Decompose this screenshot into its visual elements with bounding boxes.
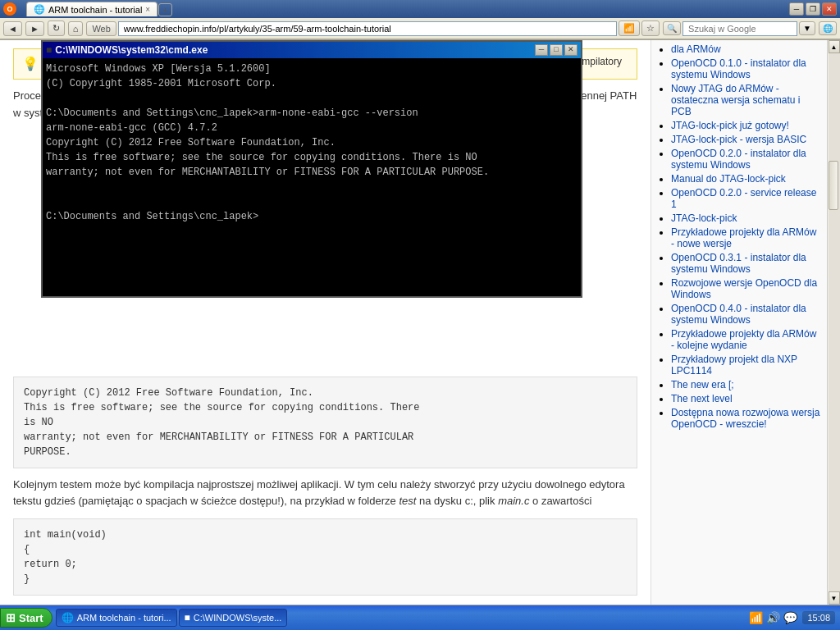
- taskbar-items: 🌐ARM toolchain - tutori...■C:\WINDOWS\sy…: [56, 609, 750, 627]
- cmd-icon: ■: [46, 43, 52, 57]
- tab-strip: 🌐 ARM toolchain - tutorial × +: [26, 2, 172, 16]
- web-label: Web: [86, 21, 116, 36]
- sidebar-item-3[interactable]: JTAG-lock-pick już gotowy!: [671, 120, 789, 131]
- sidebar-list-item: OpenOCD 0.3.1 - instalator dla systemu W…: [671, 252, 820, 275]
- folder-name: test: [399, 495, 416, 507]
- cmd-close-btn[interactable]: ✕: [564, 44, 578, 56]
- sidebar-item-12[interactable]: OpenOCD 0.4.0 - instalator dla systemu W…: [671, 303, 806, 326]
- address-input[interactable]: [118, 21, 617, 36]
- new-tab-btn[interactable]: +: [158, 3, 171, 16]
- sidebar-list-item: JTAG-lock-pick już gotowy!: [671, 120, 820, 131]
- cmd-line: Microsoft Windows XP [Wersja 5.1.2600]: [46, 62, 578, 76]
- globe-btn[interactable]: 🌐: [819, 21, 837, 35]
- start-button[interactable]: ⊞ Start: [0, 608, 52, 628]
- cmd-output-text: Copyright (C) 2012 Free Software Foundat…: [13, 377, 637, 468]
- windows-taskbar: ⊞ Start 🌐ARM toolchain - tutori...■C:\WI…: [0, 605, 840, 630]
- sidebar-item-9[interactable]: Przykładowe projekty dla ARMów - nowe we…: [671, 226, 816, 249]
- scrollbar-track[interactable]: [829, 53, 840, 591]
- cmd-line-3: is NO: [24, 415, 627, 430]
- sidebar-list-item: OpenOCD 0.4.0 - instalator dla systemu W…: [671, 303, 820, 326]
- opera-icon: O: [3, 2, 16, 16]
- sidebar-item-11[interactable]: Rozwojowe wersje OpenOCD dla Windows: [671, 277, 817, 300]
- home-btn[interactable]: ⌂: [68, 21, 84, 36]
- sidebar-item-0[interactable]: dla ARMów: [671, 43, 721, 55]
- taskbar-item-0[interactable]: 🌐ARM toolchain - tutori...: [56, 609, 177, 627]
- sidebar-list-item: Przykładowe projekty dla ARMów - kolejne…: [671, 328, 820, 351]
- sidebar-list-item: JTAG-lock-pick: [671, 212, 820, 224]
- right-scrollbar[interactable]: ▲ ▼: [827, 40, 840, 605]
- windows-logo: ⊞: [6, 611, 16, 624]
- scroll-up-btn[interactable]: ▲: [829, 40, 840, 53]
- cmd-line: [46, 91, 578, 106]
- sidebar-item-1[interactable]: OpenOCD 0.1.0 - instalator dla systemu W…: [671, 57, 806, 80]
- cmd-line: This is free software; see the source fo…: [46, 150, 578, 165]
- cmd-title-text: C:\WINDOWS\system32\cmd.exe: [55, 43, 208, 57]
- cmd-line: warranty; not even for MERCHANTABILITY o…: [46, 165, 578, 180]
- sidebar-item-17[interactable]: Dostępna nowa rozwojowa wersja OpenOCD -…: [671, 407, 819, 430]
- cmd-line: C:\Documents and Settings\cnc_lapek>arm-…: [46, 106, 578, 121]
- cmd-line-2: This is free software; see the source fo…: [24, 400, 627, 415]
- search-group: 🔍 ▼: [663, 21, 815, 36]
- sidebar-item-13[interactable]: Przykładowe projekty dla ARMów - kolejne…: [671, 328, 816, 351]
- restore-btn[interactable]: ❐: [806, 2, 820, 16]
- forward-btn[interactable]: ►: [25, 21, 44, 36]
- taskbar-item-icon-0: 🌐: [62, 612, 74, 623]
- sidebar-item-10[interactable]: OpenOCD 0.3.1 - instalator dla systemu W…: [671, 252, 806, 275]
- cmd-restore-btn[interactable]: □: [550, 44, 563, 56]
- sidebar-item-8[interactable]: JTAG-lock-pick: [671, 212, 737, 224]
- sidebar-list-item: The new era [;: [671, 379, 820, 390]
- extra-btn[interactable]: ▼: [799, 21, 815, 35]
- bookmark-icon[interactable]: ☆: [641, 21, 660, 36]
- code-line: int main(void): [24, 527, 627, 542]
- sidebar-item-7[interactable]: OpenOCD 0.2.0 - service release 1: [671, 187, 816, 210]
- sidebar-item-16[interactable]: The next level: [671, 393, 733, 404]
- back-btn[interactable]: ◄: [3, 21, 22, 36]
- taskbar-item-1[interactable]: ■C:\WINDOWS\syste...: [179, 609, 288, 627]
- tab-icon: 🌐: [34, 4, 45, 15]
- taskbar-right: 📶 🔊 💬 15:08: [749, 611, 840, 624]
- browser-chrome: O 🌐 ARM toolchain - tutorial × + ─ ❐ ✕ ◄…: [0, 0, 840, 40]
- title-bar-left: O 🌐 ARM toolchain - tutorial × +: [3, 2, 172, 16]
- sidebar-list-item: OpenOCD 0.2.0 - instalator dla systemu W…: [671, 148, 820, 171]
- rss-icon[interactable]: 📶: [619, 21, 640, 36]
- sidebar-item-4[interactable]: JTAG-lock-pick - wersja BASIC: [671, 134, 806, 145]
- reload-btn[interactable]: ↻: [48, 21, 65, 36]
- browser-content: 💡 EABI to skrót od ARM Binary Interface …: [0, 40, 840, 605]
- file-name: main.c: [498, 495, 529, 507]
- main-content: 💡 EABI to skrót od ARM Binary Interface …: [0, 40, 651, 605]
- cmd-line: arm-none-eabi-gcc (GCC) 4.7.2: [46, 121, 578, 135]
- scroll-down-btn[interactable]: ▼: [829, 591, 840, 605]
- nav-bar: ◄ ► ↻ ⌂ Web 📶 ☆ 🔍 ▼ 🌐: [0, 18, 840, 39]
- right-sidebar: dla ARMówOpenOCD 0.1.0 - instalator dla …: [651, 40, 827, 605]
- cmd-line: (C) Copyright 1985-2001 Microsoft Corp.: [46, 76, 578, 91]
- sidebar-item-6[interactable]: Manual do JTAG-lock-pick: [671, 173, 786, 185]
- sidebar-item-5[interactable]: OpenOCD 0.2.0 - instalator dla systemu W…: [671, 148, 806, 171]
- active-tab[interactable]: 🌐 ARM toolchain - tutorial ×: [26, 2, 158, 16]
- scrollbar-thumb[interactable]: [829, 161, 838, 210]
- sidebar-item-14[interactable]: Przykładowy projekt dla NXP LPC1114: [671, 354, 797, 377]
- sidebar-item-2[interactable]: Nowy JTAG do ARMów - ostateczna wersja s…: [671, 83, 800, 117]
- cmd-window: ■ C:\WINDOWS\system32\cmd.exe ─ □ ✕ Micr…: [41, 40, 582, 298]
- code-line: }: [24, 572, 627, 587]
- search-input[interactable]: [682, 21, 797, 36]
- sidebar-list-item: Rozwojowe wersje OpenOCD dla Windows: [671, 277, 820, 300]
- cmd-body[interactable]: Microsoft Windows XP [Wersja 5.1.2600](C…: [43, 58, 581, 296]
- cmd-minimize-btn[interactable]: ─: [535, 44, 548, 56]
- sidebar-list: dla ARMówOpenOCD 0.1.0 - instalator dla …: [658, 43, 820, 430]
- minimize-btn[interactable]: ─: [789, 2, 804, 16]
- cmd-line-1: Copyright (C) 2012 Free Software Foundat…: [24, 386, 627, 400]
- taskbar-item-label-0: ARM toolchain - tutori...: [77, 613, 171, 623]
- sidebar-item-15[interactable]: The new era [;: [671, 379, 734, 390]
- address-bar-group: Web 📶 ☆: [86, 21, 660, 36]
- search-engine-btn[interactable]: 🔍: [663, 21, 681, 35]
- window-controls: ─ ❐ ✕: [789, 2, 837, 16]
- sidebar-list-item: OpenOCD 0.1.0 - instalator dla systemu W…: [671, 57, 820, 80]
- cmd-line: Copyright (C) 2012 Free Software Foundat…: [46, 135, 578, 150]
- tray-network-icon: 📶: [749, 611, 763, 624]
- sidebar-list-item: Nowy JTAG do ARMów - ostateczna wersja s…: [671, 83, 820, 117]
- paragraph-text: Kolejnym testem może być kompilacja najp…: [13, 477, 637, 511]
- close-btn[interactable]: ✕: [822, 2, 837, 16]
- cmd-titlebar-left: ■ C:\WINDOWS\system32\cmd.exe: [46, 43, 208, 57]
- cmd-line-4: warranty; not even for MERCHANTABILITY o…: [24, 430, 627, 445]
- tab-close-btn[interactable]: ×: [145, 5, 150, 14]
